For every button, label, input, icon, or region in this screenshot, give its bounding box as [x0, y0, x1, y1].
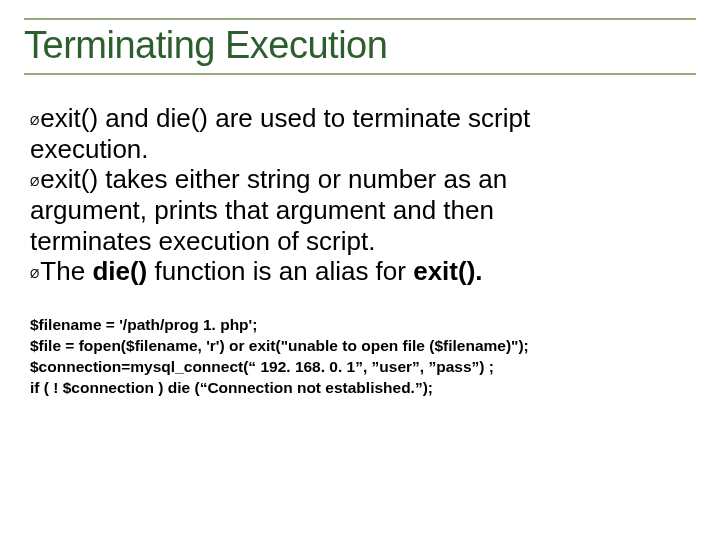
- bullet-text: exit() takes either string or number as …: [40, 164, 507, 194]
- title-bar: Terminating Execution: [24, 18, 696, 75]
- code-line: $filename = '/path/prog 1. php';: [30, 315, 690, 336]
- slide-body: Øexit() and die() are used to terminate …: [24, 103, 696, 399]
- bullet-marker-icon: Ø: [30, 114, 39, 128]
- bullet-text-bold: exit().: [413, 256, 482, 286]
- bullet-2-cont: argument, prints that argument and then: [30, 195, 690, 226]
- bullet-2-cont2: terminates execution of script.: [30, 226, 690, 257]
- bullet-3: ØThe die() function is an alias for exit…: [30, 256, 690, 287]
- bullet-text: function is an alias for: [147, 256, 413, 286]
- bullet-text: exit() and die() are used to terminate s…: [40, 103, 530, 133]
- bullet-2: Øexit() takes either string or number as…: [30, 164, 690, 195]
- bullet-text: The: [40, 256, 92, 286]
- bullet-1-cont: execution.: [30, 134, 690, 165]
- bullet-text: terminates execution of script.: [30, 226, 375, 256]
- code-line: if ( ! $connection ) die (“Connection no…: [30, 378, 690, 399]
- bullet-text-bold: die(): [92, 256, 147, 286]
- bullet-text: argument, prints that argument and then: [30, 195, 494, 225]
- code-line: $file = fopen($filename, 'r') or exit("u…: [30, 336, 690, 357]
- code-line: $connection=mysql_connect(“ 192. 168. 0.…: [30, 357, 690, 378]
- code-example: $filename = '/path/prog 1. php'; $file =…: [30, 315, 690, 399]
- bullet-marker-icon: Ø: [30, 175, 39, 189]
- bullet-marker-icon: Ø: [30, 267, 39, 281]
- slide-title: Terminating Execution: [24, 24, 696, 67]
- bullet-text: execution.: [30, 134, 149, 164]
- bullet-1: Øexit() and die() are used to terminate …: [30, 103, 690, 134]
